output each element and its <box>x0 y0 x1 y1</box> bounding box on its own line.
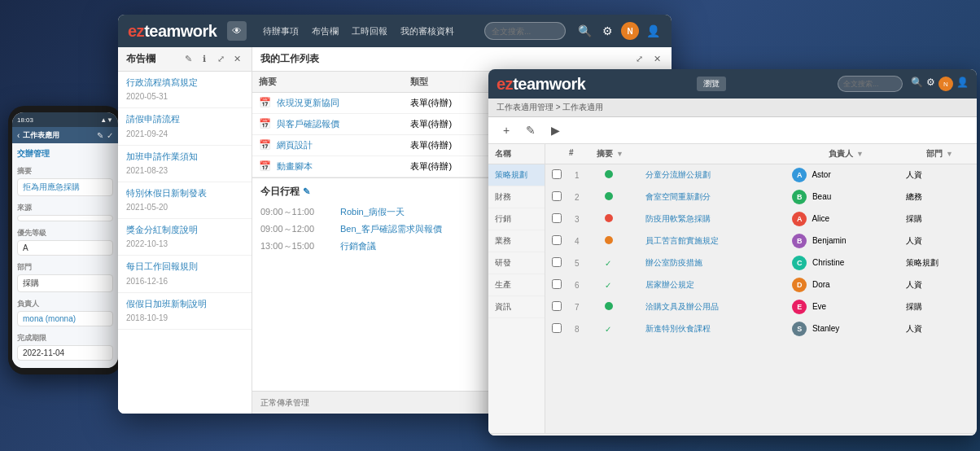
row-checkbox[interactable] <box>545 296 568 318</box>
list-item[interactable]: 加班申請作業須知 2021-08-23 <box>118 146 252 182</box>
phone-assignee-value: mona (monna) <box>17 311 113 326</box>
list-item[interactable]: 請假申請流程 2021-09-24 <box>118 108 252 145</box>
table-row[interactable]: 5 ✓ 辦公室防疫措施 C Christine 策略規劃 <box>545 252 977 274</box>
row-checkbox[interactable] <box>545 274 568 296</box>
second-avatar[interactable]: N <box>938 77 953 91</box>
row-summary: 📅 網頁設計 <box>252 135 404 156</box>
nav-item-bulletin[interactable]: 布告欄 <box>312 25 339 37</box>
bulletin-link[interactable]: 加班申請作業須知 <box>126 151 243 162</box>
category-item[interactable]: 業務 <box>488 230 545 252</box>
col-checkbox-header <box>545 144 566 164</box>
bulletin-close-btn[interactable]: ✕ <box>230 53 243 66</box>
row-checkbox[interactable] <box>545 230 568 252</box>
logo-suffix: teamwork <box>144 22 217 40</box>
bulletin-link[interactable]: 請假申請流程 <box>126 113 243 125</box>
bulletin-link[interactable]: 假假日加班新制說明 <box>126 298 243 309</box>
bulletin-link[interactable]: 特別休假日新制發表 <box>126 187 243 199</box>
category-item[interactable]: 行銷 <box>488 208 545 230</box>
main-search-input[interactable] <box>484 22 566 40</box>
row-num: 4 <box>568 230 598 252</box>
phone-back-icon[interactable]: ‹ <box>17 131 20 140</box>
avatar-icon[interactable]: N <box>621 22 639 40</box>
row-type: 表單(待辦) <box>404 156 492 177</box>
category-item[interactable]: 研發 <box>488 252 545 274</box>
browse-tab[interactable]: 瀏覽 <box>697 77 726 91</box>
user-icon[interactable]: 👤 <box>644 22 662 40</box>
second-window: ezteamwork 瀏覽 🔍 ⚙ N 👤 工作表適用管理 > 工作表適用 + … <box>488 69 977 436</box>
schedule-desc[interactable]: Robin_病假一天 <box>340 206 405 218</box>
phone-edit-icon[interactable]: ✎ <box>97 131 103 140</box>
table-row[interactable]: 3 防疫用軟緊急採購 A Alice 採購 <box>545 208 977 230</box>
calendar-icon: 📅 <box>259 139 271 151</box>
category-item[interactable]: 生產 <box>488 274 545 296</box>
work-panel-header: 我的工作列表 ⤢ ✕ <box>252 47 672 72</box>
nav-item-review[interactable]: 我的審核資料 <box>400 25 454 37</box>
bulletin-info-btn[interactable]: ℹ <box>198 53 211 66</box>
work-close-btn[interactable]: ✕ <box>650 53 663 66</box>
category-item[interactable]: 策略規劃 <box>488 164 545 186</box>
edit-button[interactable]: ✎ <box>521 120 540 140</box>
schedule-desc[interactable]: 行銷會議 <box>340 240 376 252</box>
avatar-sm: D <box>792 278 807 292</box>
bulletin-link[interactable]: 獎金分紅制度說明 <box>126 224 243 235</box>
table-row[interactable]: 6 ✓ 居家辦公規定 D Dora 人資 <box>545 274 977 296</box>
row-status: ✓ <box>598 252 640 274</box>
col-type: 類型 <box>404 72 492 93</box>
gear-icon[interactable]: ⚙ <box>598 22 616 40</box>
phone-time: 18:03 <box>17 116 33 124</box>
add-button[interactable]: + <box>497 120 516 140</box>
eye-button[interactable]: 👁 <box>227 21 247 41</box>
row-checkbox[interactable] <box>545 252 568 274</box>
list-item[interactable]: 特別休假日新制發表 2021-05-20 <box>118 182 252 219</box>
phone-screen-title: 工作表應用 <box>23 130 59 141</box>
col-num-header: # <box>566 144 590 164</box>
bulletin-link[interactable]: 每日工作回報規則 <box>126 261 243 272</box>
table-row[interactable]: 7 洽購文具及辦公用品 E Eve 採購 <box>545 296 977 318</box>
phone-priority-value: A <box>17 240 113 256</box>
row-checkbox[interactable] <box>545 318 568 340</box>
row-checkbox[interactable] <box>545 186 568 208</box>
run-button[interactable]: ▶ <box>545 120 565 140</box>
row-assignee: B Beau <box>785 186 899 208</box>
nav-item-todo[interactable]: 待辦事項 <box>263 25 299 37</box>
list-item[interactable]: 每日工作回報規則 2016-12-16 <box>118 256 252 292</box>
category-item[interactable]: 財務 <box>488 186 545 208</box>
sort-icon-dept[interactable]: ▼ <box>946 150 953 158</box>
phone-check-icon[interactable]: ✓ <box>107 131 113 140</box>
list-item[interactable]: 獎金分紅制度說明 2022-10-13 <box>118 219 252 256</box>
bulletin-edit-btn[interactable]: ✎ <box>182 53 195 66</box>
second-search-icon[interactable]: 🔍 <box>911 77 923 91</box>
phone-summary-value: 拒為用應急採購 <box>17 178 113 196</box>
row-num: 1 <box>568 164 598 186</box>
schedule-desc[interactable]: Ben_客戶確認需求與報價 <box>340 223 442 235</box>
search-icon[interactable]: 🔍 <box>575 22 593 40</box>
bulletin-expand-btn[interactable]: ⤢ <box>214 53 227 66</box>
avatar-sm: E <box>792 300 807 314</box>
bulletin-link[interactable]: 行政流程填寫規定 <box>126 77 243 88</box>
second-logo: ezteamwork <box>497 75 586 94</box>
sort-icon[interactable]: ▼ <box>616 150 623 158</box>
nav-item-hours[interactable]: 工時回報 <box>352 25 387 37</box>
sort-icon-assignee[interactable]: ▼ <box>856 150 864 158</box>
table-row[interactable]: 2 會室空間重新劃分 B Beau 總務 <box>545 186 977 208</box>
row-name: 防疫用軟緊急採購 <box>639 208 785 230</box>
table-row[interactable]: 4 員工苦言館實施規定 B Benjamin 人資 <box>545 230 977 252</box>
row-status: ✓ <box>598 318 640 340</box>
second-user-icon[interactable]: 👤 <box>956 77 969 91</box>
table-row[interactable]: 1 分童分流辦公規劃 A Astor 人資 <box>545 164 977 186</box>
avatar-sm: B <box>792 190 807 204</box>
task-table-area: 1 分童分流辦公規劃 A Astor 人資 2 <box>545 164 977 433</box>
work-expand-btn[interactable]: ⤢ <box>632 53 645 66</box>
category-item[interactable]: 資訊 <box>488 296 545 318</box>
row-checkbox[interactable] <box>545 164 568 186</box>
task-table-wrap: 策略規劃 財務 行銷 業務 研發 生產 資訊 1 分童分流辦公規劃 <box>488 164 977 433</box>
row-checkbox[interactable] <box>545 208 568 230</box>
list-item[interactable]: 假假日加班新制說明 2018-10-19 <box>118 293 252 330</box>
second-gear-icon[interactable]: ⚙ <box>926 77 935 91</box>
row-assignee: C Christine <box>785 252 899 274</box>
schedule-edit-icon[interactable]: ✎ <box>303 186 310 197</box>
table-row[interactable]: 8 ✓ 新進特別伙食課程 S Stanley 人資 <box>545 318 977 340</box>
second-logo-suffix: teamwork <box>513 75 585 93</box>
list-item[interactable]: 行政流程填寫規定 2020-05-31 <box>118 72 252 108</box>
second-search-input[interactable] <box>838 76 903 92</box>
